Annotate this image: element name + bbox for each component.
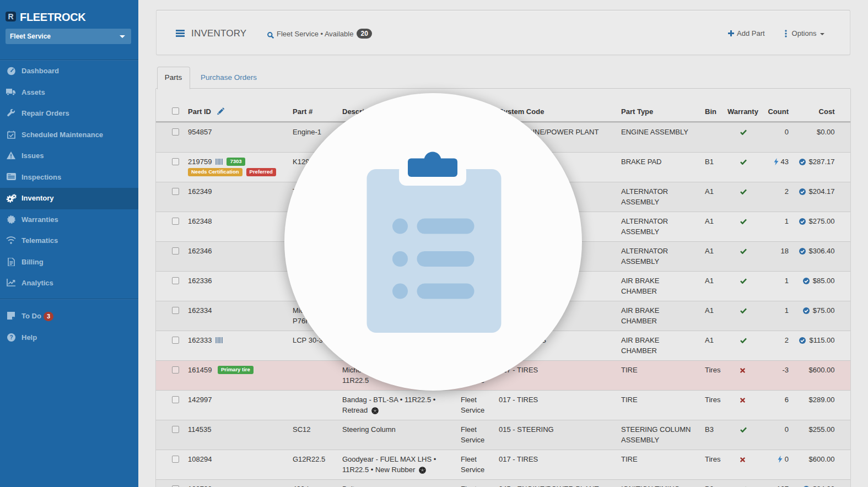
svg-text:?: ? <box>9 334 13 340</box>
